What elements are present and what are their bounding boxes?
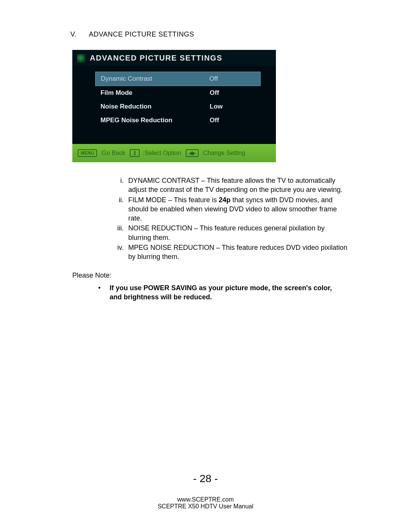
osd-screenshot: ADVANCED PICTURE SETTINGS Dynamic Contra… [72,50,276,162]
bullet-icon: • [98,283,110,302]
osd-row-label: MPEG Noise Reduction [100,117,210,124]
explanation-term: NOISE REDUCTION [128,224,192,232]
explanation-num: iii. [112,224,128,242]
explanation-item: ii. FILM MODE – This feature is 24p that… [112,195,348,223]
updown-key-icon: ▲▼ [130,149,140,157]
explanation-item: i. DYNAMIC CONTRAST – This feature allow… [112,176,348,195]
explanation-item: iii. NOISE REDUCTION – This feature redu… [112,224,348,242]
explanation-text-before: – This feature is [166,196,219,204]
osd-footer: MENU :Go Back ▲▼ :Select Option ◀▶ :Chan… [72,144,276,162]
osd-footer-goback: :Go Back [100,150,125,157]
osd-row-value: Off [209,75,255,83]
footer-url: www.SCEPTRE.com [0,496,411,503]
page-number: - 28 - [0,473,411,485]
explanation-term: MPEG NOISE REDUCTION [128,244,214,251]
osd-row-label: Dynamic Contrast [101,75,209,83]
page-footer: - 28 - www.SCEPTRE.com SCEPTRE X50 HDTV … [0,473,411,510]
osd-footer-change: :Change Setting [202,150,245,157]
note-item: • If you use POWER SAVING as your pictur… [98,283,342,302]
explanation-item: iv. MPEG NOISE REDUCTION – This feature … [112,243,348,262]
explanation-body: FILM MODE – This feature is 24p that syn… [128,195,348,223]
osd-row-noise-reduction: Noise Reduction Low [95,100,261,113]
osd-logo-icon [77,54,85,62]
osd-row-label: Film Mode [100,89,210,97]
explanation-body: DYNAMIC CONTRAST – This feature allows t… [128,176,348,195]
osd-row-value: Off [210,117,255,124]
explanation-term: DYNAMIC CONTRAST [128,177,199,184]
osd-footer-select: :Select Option [143,150,181,157]
explanation-body: NOISE REDUCTION – This feature reduces g… [128,224,348,242]
osd-row-mpeg-noise-reduction: MPEG Noise Reduction Off [95,113,261,127]
section-heading: V. ADVANCE PICTURE SETTINGS [70,30,362,38]
note-text: If you use POWER SAVING as your picture … [110,283,342,302]
osd-row-dynamic-contrast: Dynamic Contrast Off [95,72,261,86]
osd-header: ADVANCED PICTURE SETTINGS [72,50,276,66]
explanation-term: FILM MODE [128,196,166,204]
explanation-list: i. DYNAMIC CONTRAST – This feature allow… [112,176,348,262]
explanation-num: i. [112,176,128,195]
please-note-label: Please Note: [72,272,362,280]
explanation-body: MPEG NOISE REDUCTION – This feature redu… [128,243,348,262]
osd-body: Dynamic Contrast Off Film Mode Off Noise… [72,66,276,144]
explanation-num: ii. [112,195,128,223]
note-list: • If you use POWER SAVING as your pictur… [98,283,342,302]
osd-title: ADVANCED PICTURE SETTINGS [90,54,222,62]
menu-key-icon: MENU [78,149,97,157]
explanation-num: iv. [112,243,128,262]
osd-row-film-mode: Film Mode Off [95,86,261,100]
section-number: V. [70,30,87,38]
explanation-bold: 24p [219,196,231,204]
osd-row-value: Off [210,89,255,97]
osd-row-value: Low [210,103,255,110]
footer-manual-title: SCEPTRE X50 HDTV User Manual [0,503,411,510]
leftright-key-icon: ◀▶ [186,149,199,157]
osd-row-label: Noise Reduction [100,103,210,110]
section-title: ADVANCE PICTURE SETTINGS [89,30,194,38]
